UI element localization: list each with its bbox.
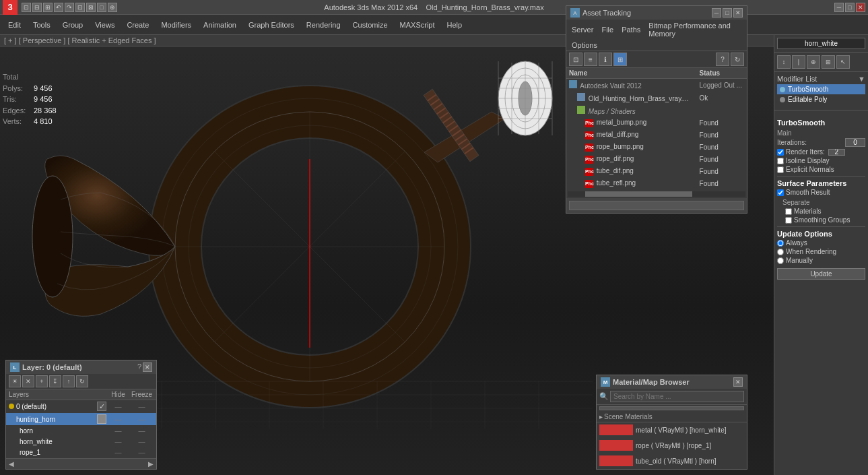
asset-minimize-btn[interactable]: ─ — [712, 8, 721, 18]
minimize-btn[interactable]: ─ — [834, 3, 844, 12]
asset-row-metal-bump[interactable]: Phc metal_bump.png Found — [566, 117, 747, 129]
maximize-btn[interactable]: □ — [845, 3, 855, 12]
asset-scrollbar[interactable] — [568, 191, 745, 197]
layer-tool-move-down[interactable]: ↧ — [49, 375, 61, 387]
layer-row-rope[interactable]: rope_1 — — — [6, 447, 156, 458]
close-btn[interactable]: ✕ — [856, 3, 865, 12]
layer-row-default[interactable]: 0 (default) ✓ — — — [6, 400, 156, 413]
materials-checkbox[interactable] — [785, 208, 792, 215]
mat-section-expand[interactable]: ▸ — [599, 413, 603, 420]
asset-close-btn[interactable]: ✕ — [733, 8, 743, 18]
menu-customize[interactable]: Customize — [347, 20, 393, 30]
asset-tool-1[interactable]: ⊡ — [569, 53, 582, 66]
smoothing-checkbox[interactable] — [785, 217, 792, 224]
asset-help-btn[interactable]: ? — [716, 53, 729, 66]
layer-horn-indent: horn — [20, 427, 106, 435]
render-iters-checkbox[interactable] — [777, 149, 784, 156]
toolbar-btn-2[interactable]: ⊟ — [32, 3, 42, 12]
toolbar-btn-1[interactable]: ⊡ — [22, 3, 31, 12]
menu-maxscript[interactable]: MAXScript — [395, 20, 440, 30]
mat-color-tube — [599, 455, 633, 466]
asset-menu-paths[interactable]: Paths — [619, 25, 643, 34]
menu-help[interactable]: Help — [442, 20, 468, 30]
asset-tool-4[interactable]: ⊞ — [613, 53, 627, 66]
asset-menu-bitmap[interactable]: Bitmap Performance and Memory — [646, 21, 744, 38]
manually-radio[interactable] — [777, 257, 784, 264]
layer-row-horn-white[interactable]: horn_white — — — [6, 437, 156, 447]
rt-btn-2[interactable]: | — [792, 55, 805, 69]
layer-row-horn[interactable]: horn — — — [6, 426, 156, 437]
layers-help-btn[interactable]: ? — [137, 362, 141, 372]
asset-maximize-btn[interactable]: □ — [723, 8, 732, 18]
menu-graph-editors[interactable]: Graph Editors — [243, 20, 300, 30]
asset-row-tube-dif[interactable]: Phc tube_dif.png Found — [566, 166, 747, 178]
render-iters-input[interactable] — [828, 149, 845, 156]
toolbar-btn-3[interactable]: ⊞ — [43, 3, 53, 12]
rt-btn-5[interactable]: ↖ — [836, 55, 850, 69]
rt-btn-3[interactable]: ⊕ — [807, 55, 820, 69]
isoline-checkbox[interactable] — [777, 158, 784, 164]
mat-scrollbar[interactable] — [599, 406, 744, 410]
asset-row-maps[interactable]: Maps / Shaders — [566, 104, 747, 117]
layers-scroll-left[interactable]: ◀ — [9, 460, 14, 468]
menu-tools[interactable]: Tools — [28, 20, 56, 30]
isoline-row: Isoline Display — [777, 157, 865, 164]
asset-row-tube-refl[interactable]: Phc tube_refl.png Found — [566, 178, 747, 190]
asset-row-vault[interactable]: Autodesk Vault 2012 Logged Out ... — [566, 79, 747, 92]
update-button[interactable]: Update — [777, 268, 865, 280]
asset-menu-file[interactable]: File — [599, 25, 616, 34]
layer-tool-move-up[interactable]: ↑ — [63, 375, 75, 387]
menu-group[interactable]: Group — [57, 20, 89, 30]
modifier-dropdown-arrow[interactable]: ▼ — [858, 75, 865, 83]
asset-refresh-btn[interactable]: ↻ — [731, 53, 744, 66]
layer-tool-delete[interactable]: ✕ — [22, 375, 34, 387]
mat-item-metal[interactable]: metal ( VRayMtl ) [horn_white] — [597, 422, 747, 438]
layer-tool-add[interactable]: + — [36, 375, 48, 387]
toolbar-btn-9[interactable]: ⊕ — [108, 3, 117, 12]
when-rendering-radio[interactable] — [777, 249, 784, 255]
mat-search-input[interactable] — [610, 391, 744, 402]
menu-animation[interactable]: Animation — [198, 20, 242, 30]
asset-menu-server[interactable]: Server — [569, 25, 596, 34]
toolbar-btn-7[interactable]: ⊠ — [86, 3, 96, 12]
toolbar-btn-5[interactable]: ↷ — [65, 3, 74, 12]
modifier-name-2: Editable Poly — [788, 96, 827, 103]
menu-views[interactable]: Views — [90, 20, 120, 30]
asset-row-rope-bump[interactable]: Phc rope_bump.png Found — [566, 141, 747, 154]
toolbar-btn-8[interactable]: □ — [97, 3, 106, 12]
mat-close-btn[interactable]: ✕ — [733, 377, 743, 387]
menu-create[interactable]: Create — [121, 20, 154, 30]
modifier-turbosmooth[interactable]: TurboSmooth — [777, 84, 865, 94]
asset-row-rope-dif[interactable]: Phc rope_dif.png Found — [566, 154, 747, 166]
mat-item-tube[interactable]: tube_old ( VRayMtl ) [horn] — [597, 453, 747, 469]
menu-rendering[interactable]: Rendering — [301, 20, 346, 30]
explicit-label: Explicit Normals — [786, 166, 834, 173]
svg-point-9 — [32, 176, 73, 297]
asset-tool-3[interactable]: ℹ — [599, 53, 612, 66]
menu-modifiers[interactable]: Modifiers — [156, 20, 197, 30]
tris-value: 9 456 — [34, 94, 53, 105]
iterations-input[interactable] — [845, 138, 865, 147]
asset-row-metal-diff[interactable]: Phc metal_diff.png Found — [566, 129, 747, 141]
layer-row-hunting-horn[interactable]: hunting_horn — — — [6, 413, 156, 426]
always-radio[interactable] — [777, 240, 784, 247]
layer-default-check[interactable]: ✓ — [97, 402, 106, 411]
rt-btn-4[interactable]: ⊞ — [822, 55, 835, 69]
explicit-checkbox[interactable] — [777, 166, 784, 173]
layers-scroll-right[interactable]: ▶ — [148, 460, 154, 468]
menu-edit[interactable]: Edit — [3, 20, 26, 30]
toolbar-btn-6[interactable]: ⊡ — [75, 3, 85, 12]
asset-tool-2[interactable]: ≡ — [584, 53, 597, 66]
toolbar-btn-4[interactable]: ↶ — [54, 3, 63, 12]
mat-item-rope[interactable]: rope ( VRayMtl ) [rope_1] — [597, 438, 747, 453]
asset-row-file[interactable]: Old_Hunting_Horn_Brass_vray.... Ok — [566, 92, 747, 104]
smooth-result-checkbox[interactable] — [777, 189, 784, 196]
layer-hunting-horn-check[interactable] — [97, 414, 106, 424]
asset-menu-options[interactable]: Options — [569, 40, 600, 50]
layers-close-btn[interactable]: ✕ — [143, 362, 152, 372]
object-name-field[interactable] — [777, 38, 865, 49]
modifier-editable-poly[interactable]: Editable Poly — [777, 94, 865, 104]
layer-tool-refresh[interactable]: ↻ — [76, 375, 88, 387]
rt-btn-1[interactable]: ↕ — [777, 55, 791, 69]
layer-tool-sun[interactable]: ☀ — [9, 375, 21, 387]
